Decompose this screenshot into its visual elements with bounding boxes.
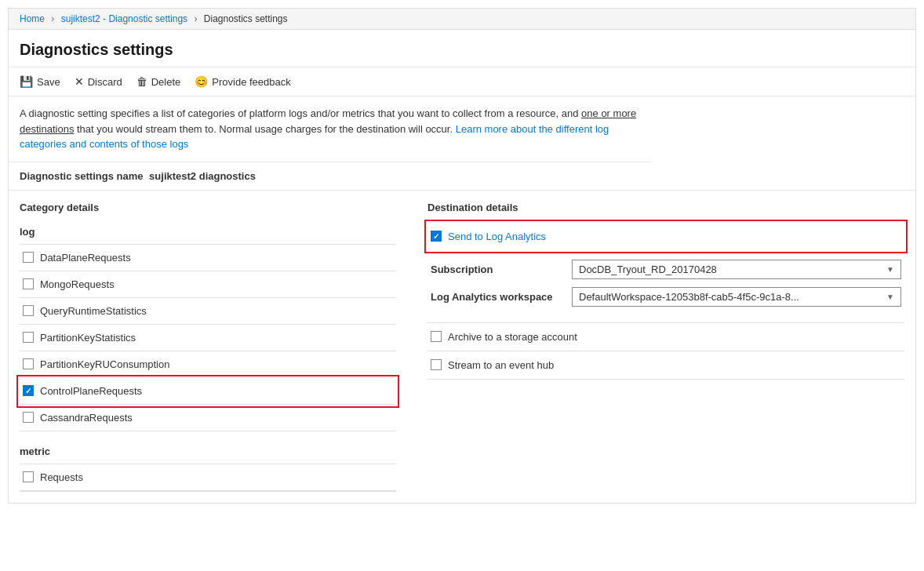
save-icon: 💾 [20, 75, 33, 88]
checkbox-partitionkey[interactable] [23, 332, 34, 343]
eventhub-option: Stream to an event hub [427, 351, 904, 380]
destination-panel: Destination details Send to Log Analytic… [420, 202, 904, 492]
main-content: Category details log DataPlaneRequests M… [9, 191, 915, 503]
label-log-analytics: Send to Log Analytics [448, 231, 546, 242]
subscription-row: Subscription DocDB_Tryout_RD_20170428 ▼ [431, 260, 901, 279]
workspace-row: Log Analytics workspace DefaultWorkspace… [431, 287, 901, 307]
log-analytics-fields: Subscription DocDB_Tryout_RD_20170428 ▼ … [427, 252, 904, 323]
settings-name-value: sujiktest2 diagnostics [149, 170, 256, 182]
workspace-dropdown[interactable]: DefaultWorkspace-12053b8f-cab5-4f5c-9c1a… [572, 287, 901, 307]
label-partitionkey: PartitionKeyStatistics [40, 332, 136, 344]
checkbox-requests[interactable] [23, 471, 34, 482]
label-dataplane: DataPlaneRequests [40, 252, 131, 264]
description-text: A diagnostic setting specifies a list of… [9, 96, 652, 162]
category-item-dataplane: DataPlaneRequests [20, 245, 396, 271]
label-controlplane: ControlPlaneRequests [40, 385, 142, 397]
breadcrumb-current: Diagnostics settings [204, 13, 288, 24]
label-mongo: MongoRequests [40, 278, 115, 290]
settings-name-label: Diagnostic settings name [20, 170, 143, 182]
feedback-icon: 😊 [195, 75, 208, 88]
category-item-partitionkey: PartitionKeyStatistics [20, 325, 396, 351]
checkbox-dataplane[interactable] [23, 252, 34, 263]
workspace-dropdown-container: DefaultWorkspace-12053b8f-cab5-4f5c-9c1a… [572, 287, 901, 307]
breadcrumb-sep2: › [194, 13, 197, 24]
toolbar: 💾 Save ✕ Discard 🗑 Delete 😊 Provide feed… [9, 67, 915, 96]
workspace-value: DefaultWorkspace-12053b8f-cab5-4f5c-9c1a… [579, 291, 799, 303]
breadcrumb-sep1: › [51, 13, 54, 24]
workspace-label: Log Analytics workspace [431, 291, 572, 303]
archive-option: Archive to a storage account [427, 323, 904, 351]
save-button[interactable]: 💾 Save [20, 74, 60, 89]
settings-name-row: Diagnostic settings name sujiktest2 diag… [9, 162, 915, 191]
page-container: Home › sujiktest2 - Diagnostic settings … [8, 8, 916, 504]
feedback-button[interactable]: 😊 Provide feedback [195, 74, 290, 89]
category-item-cassandra: CassandraRequests [20, 405, 396, 431]
category-log-list: DataPlaneRequests MongoRequests QueryRun… [20, 244, 396, 431]
subscription-dropdown-container: DocDB_Tryout_RD_20170428 ▼ [572, 260, 901, 279]
breadcrumb-parent[interactable]: sujiktest2 - Diagnostic settings [61, 13, 187, 24]
checkbox-cassandra[interactable] [23, 412, 34, 423]
checkbox-partitionkeyru[interactable] [23, 358, 34, 369]
category-item-partitionkeyru: PartitionKeyRUConsumption [20, 351, 396, 378]
label-eventhub: Stream to an event hub [448, 359, 554, 371]
checkbox-log-analytics[interactable] [431, 231, 442, 242]
checkbox-controlplane[interactable] [23, 385, 34, 396]
delete-icon: 🗑 [136, 75, 147, 88]
category-item-mongo: MongoRequests [20, 271, 396, 298]
category-item-controlplane: ControlPlaneRequests [20, 378, 396, 405]
log-analytics-option: Send to Log Analytics [427, 223, 904, 250]
subscription-dropdown[interactable]: DocDB_Tryout_RD_20170428 ▼ [572, 260, 901, 279]
metric-list-end [20, 491, 396, 492]
checkbox-archive[interactable] [431, 331, 442, 342]
label-queryruntime: QueryRuntimeStatistics [40, 305, 147, 317]
breadcrumb: Home › sujiktest2 - Diagnostic settings … [9, 9, 915, 30]
log-section-label: log [20, 223, 396, 244]
label-requests: Requests [40, 471, 83, 483]
breadcrumb-home[interactable]: Home [20, 13, 45, 24]
discard-button[interactable]: ✕ Discard [75, 74, 122, 89]
checkbox-queryruntime[interactable] [23, 305, 34, 316]
subscription-label: Subscription [431, 264, 572, 275]
delete-button[interactable]: 🗑 Delete [136, 74, 181, 89]
checkbox-mongo[interactable] [23, 278, 34, 289]
subscription-chevron-icon: ▼ [886, 265, 894, 274]
metric-section-label: metric [20, 442, 396, 464]
subscription-value: DocDB_Tryout_RD_20170428 [579, 264, 717, 275]
discard-icon: ✕ [75, 75, 84, 88]
page-header: Diagnostics settings [9, 30, 915, 67]
metric-section: metric Requests [20, 442, 396, 492]
log-analytics-section: Send to Log Analytics [427, 223, 904, 250]
category-item-queryruntime: QueryRuntimeStatistics [20, 298, 396, 325]
category-panel: Category details log DataPlaneRequests M… [20, 202, 420, 492]
category-metric-list: Requests [20, 464, 396, 492]
workspace-chevron-icon: ▼ [886, 293, 894, 301]
label-partitionkeyru: PartitionKeyRUConsumption [40, 358, 169, 370]
label-archive: Archive to a storage account [448, 331, 577, 343]
destination-header: Destination details [427, 202, 904, 213]
page-title: Diagnostics settings [20, 41, 904, 59]
label-cassandra: CassandraRequests [40, 412, 133, 424]
category-header: Category details [20, 202, 396, 213]
category-item-requests: Requests [20, 464, 396, 491]
checkbox-eventhub[interactable] [431, 359, 442, 370]
